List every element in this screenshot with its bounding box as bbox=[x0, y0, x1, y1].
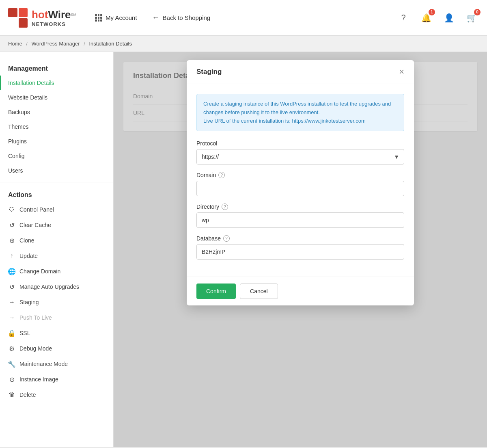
logo-text: hotWireSM NETWORKS bbox=[32, 9, 76, 27]
notification-badge: 1 bbox=[429, 9, 435, 15]
notifications-button[interactable]: 🔔 1 bbox=[419, 11, 433, 25]
breadcrumb-current: Installation Details bbox=[89, 41, 132, 47]
staging-icon: → bbox=[8, 299, 15, 306]
sidebar-item-debug-mode[interactable]: ⚙ Debug Mode bbox=[0, 341, 113, 356]
delete-icon: 🗑 bbox=[8, 391, 15, 398]
sidebar-item-maintenance-mode[interactable]: 🔧 Maintenance Mode bbox=[0, 356, 113, 372]
sidebar: Management Installation Details Website … bbox=[0, 52, 114, 447]
breadcrumb-sep-1: / bbox=[26, 41, 28, 47]
sidebar-item-themes[interactable]: Themes bbox=[0, 119, 113, 134]
sidebar-item-update[interactable]: ↑ Update bbox=[0, 248, 113, 264]
change-domain-label: Change Domain bbox=[19, 268, 60, 275]
sidebar-item-backups[interactable]: Backups bbox=[0, 105, 113, 119]
management-section-title: Management bbox=[0, 60, 113, 76]
sidebar-item-change-domain[interactable]: 🌐 Change Domain bbox=[0, 264, 113, 279]
push-to-live-label: Push To Live bbox=[19, 314, 52, 321]
directory-help-icon[interactable]: ? bbox=[222, 203, 228, 210]
sidebar-item-control-panel[interactable]: 🛡 Control Panel bbox=[0, 202, 113, 217]
domain-input[interactable] bbox=[196, 181, 404, 196]
logo-networks: NETWORKS bbox=[32, 21, 76, 27]
instance-image-label: Instance Image bbox=[19, 376, 58, 383]
directory-input[interactable] bbox=[196, 212, 404, 228]
installation-details-label: Installation Details bbox=[8, 80, 54, 86]
back-to-shopping-label: Back to Shopping bbox=[163, 14, 211, 21]
cancel-button[interactable]: Cancel bbox=[240, 284, 278, 299]
clone-icon: ⊕ bbox=[8, 237, 15, 244]
directory-group: Directory ? bbox=[196, 203, 404, 228]
backups-label: Backups bbox=[8, 109, 30, 115]
update-label: Update bbox=[19, 253, 38, 259]
ssl-label: SSL bbox=[19, 330, 30, 336]
user-button[interactable]: 👤 bbox=[442, 11, 456, 25]
sidebar-item-push-to-live: → Push To Live bbox=[0, 310, 113, 325]
maintenance-mode-label: Maintenance Mode bbox=[19, 361, 68, 367]
sidebar-item-delete[interactable]: 🗑 Delete bbox=[0, 387, 113, 403]
sidebar-item-instance-image[interactable]: ⊙ Instance Image bbox=[0, 372, 113, 387]
breadcrumb-home[interactable]: Home bbox=[8, 41, 22, 47]
confirm-button[interactable]: Confirm bbox=[196, 284, 236, 299]
modal-close-button[interactable]: × bbox=[399, 67, 404, 76]
modal-header: Staging × bbox=[187, 60, 414, 84]
grid-icon bbox=[95, 14, 102, 22]
protocol-select-wrapper: https:// http:// ▼ bbox=[196, 149, 404, 164]
main-layout: Management Installation Details Website … bbox=[0, 52, 487, 447]
help-button[interactable]: ? bbox=[396, 11, 411, 25]
maintenance-mode-icon: 🔧 bbox=[8, 360, 15, 368]
clear-cache-icon: ↺ bbox=[8, 221, 15, 229]
sidebar-item-clear-cache[interactable]: ↺ Clear Cache bbox=[0, 217, 113, 233]
modal-body: Create a staging instance of this WordPr… bbox=[187, 84, 414, 277]
modal-footer: Confirm Cancel bbox=[187, 277, 414, 305]
sidebar-item-config[interactable]: Config bbox=[0, 149, 113, 163]
logo-wire: Wire bbox=[48, 9, 71, 21]
back-to-shopping-nav[interactable]: ← Back to Shopping bbox=[146, 9, 217, 26]
ssl-icon: 🔒 bbox=[8, 329, 15, 337]
clear-cache-label: Clear Cache bbox=[19, 222, 51, 228]
protocol-group: Protocol https:// http:// ▼ bbox=[196, 140, 404, 164]
sidebar-item-website-details[interactable]: Website Details bbox=[0, 90, 113, 105]
sidebar-item-users[interactable]: Users bbox=[0, 163, 113, 178]
my-account-label: My Account bbox=[106, 14, 137, 21]
domain-group: Domain ? bbox=[196, 172, 404, 196]
breadcrumb-sep-2: / bbox=[84, 41, 85, 47]
back-arrow-icon: ← bbox=[152, 13, 159, 22]
debug-mode-icon: ⚙ bbox=[8, 345, 15, 352]
database-input[interactable] bbox=[196, 244, 404, 260]
breadcrumb: Home / WordPress Manager / Installation … bbox=[0, 36, 487, 52]
protocol-select[interactable]: https:// http:// bbox=[196, 149, 404, 164]
manage-auto-upgrades-label: Manage Auto Upgrades bbox=[19, 284, 79, 290]
breadcrumb-wordpress-manager[interactable]: WordPress Manager bbox=[32, 41, 80, 47]
plugins-label: Plugins bbox=[8, 138, 27, 145]
logo-sm: SM bbox=[71, 13, 77, 17]
sidebar-divider bbox=[0, 182, 113, 182]
domain-help-icon[interactable]: ? bbox=[218, 172, 225, 178]
domain-field-label: Domain ? bbox=[196, 172, 404, 178]
database-help-icon[interactable]: ? bbox=[223, 235, 230, 242]
database-group: Database ? bbox=[196, 235, 404, 260]
sidebar-item-clone[interactable]: ⊕ Clone bbox=[0, 233, 113, 248]
sidebar-item-ssl[interactable]: 🔒 SSL bbox=[0, 325, 113, 341]
sidebar-item-installation-details[interactable]: Installation Details bbox=[0, 76, 113, 90]
logo-sq-1 bbox=[8, 8, 17, 17]
sidebar-item-staging[interactable]: → Staging bbox=[0, 294, 113, 310]
sidebar-item-plugins[interactable]: Plugins bbox=[0, 134, 113, 149]
content-area: Installation Details Domain mybusiness.r… bbox=[114, 52, 487, 447]
database-label-text: Database bbox=[196, 235, 221, 242]
users-label: Users bbox=[8, 167, 23, 174]
staging-label: Staging bbox=[19, 299, 39, 305]
user-icon: 👤 bbox=[444, 13, 454, 23]
logo-squares bbox=[8, 8, 28, 28]
logo-sq-2 bbox=[19, 8, 28, 17]
change-domain-icon: 🌐 bbox=[8, 268, 15, 275]
sidebar-item-manage-auto-upgrades[interactable]: ↺ Manage Auto Upgrades bbox=[0, 279, 113, 294]
modal-overlay: Staging × Create a staging instance of t… bbox=[114, 52, 487, 447]
cart-badge: 0 bbox=[474, 9, 481, 15]
debug-mode-label: Debug Mode bbox=[19, 345, 52, 352]
my-account-nav[interactable]: My Account bbox=[88, 10, 144, 26]
header-right: ? 🔔 1 👤 🛒 0 bbox=[396, 11, 479, 25]
directory-field-label: Directory ? bbox=[196, 203, 404, 210]
config-label: Config bbox=[8, 153, 24, 159]
instance-image-icon: ⊙ bbox=[8, 376, 15, 383]
database-field-label: Database ? bbox=[196, 235, 404, 242]
cart-button[interactable]: 🛒 0 bbox=[464, 11, 479, 25]
push-to-live-icon: → bbox=[8, 314, 15, 321]
